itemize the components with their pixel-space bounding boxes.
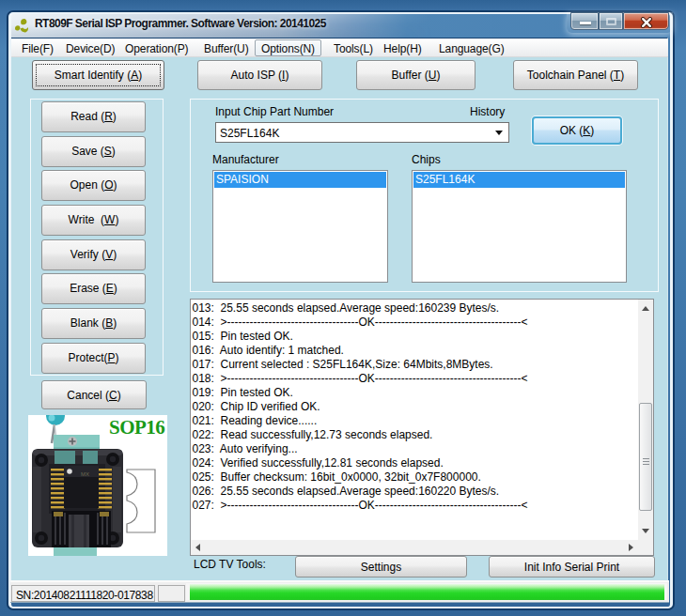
svg-text:MX: MX (81, 471, 89, 477)
svg-text:SOP16: SOP16 (109, 416, 164, 439)
